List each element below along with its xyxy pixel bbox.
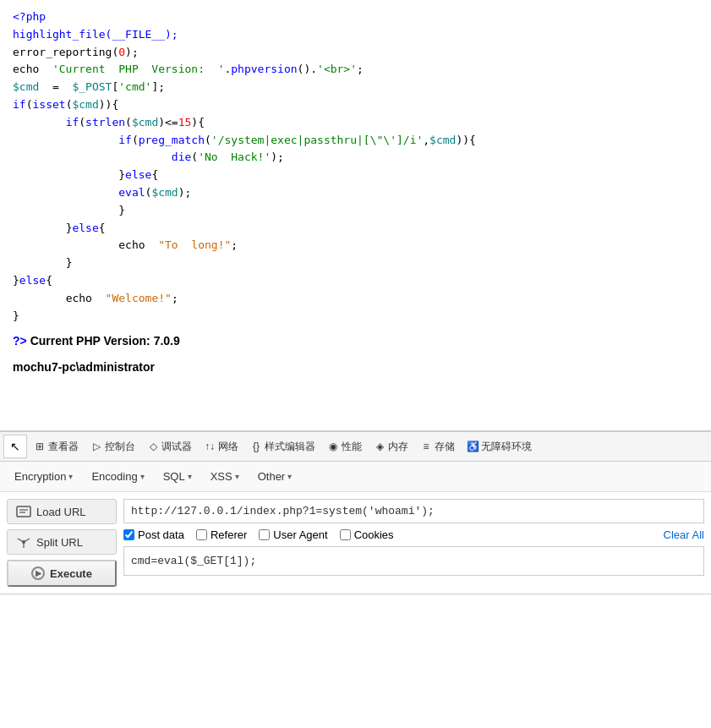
code-line-3: echo 'Current PHP Version: '.phpversion(… [13, 63, 364, 75]
useragent-label: User Agent [273, 528, 327, 541]
code-line-17: } [13, 309, 19, 322]
code-line-12: }else{ [13, 222, 106, 234]
devtools-performance-btn[interactable]: ◉ 性能 [322, 431, 367, 462]
referer-label: Referer [211, 528, 247, 541]
useragent-checkbox[interactable] [259, 529, 270, 540]
accessibility-icon: ♿ [467, 441, 479, 452]
cookies-checkbox[interactable] [340, 529, 351, 540]
svg-line-5 [24, 539, 30, 542]
other-arrow: ▾ [287, 472, 292, 481]
devtools-cursor-button[interactable]: ↖ [3, 435, 27, 458]
referer-checkbox[interactable] [196, 529, 207, 540]
code-line-7: if(preg_match('/system|exec|passthru|[\"… [13, 134, 476, 146]
code-line-10: eval($cmd); [13, 186, 191, 199]
devtools-toolbar: ↖ ⊞ 查看器 ▷ 控制台 ◇ 调试器 ↑↓ 网络 {} 样式编辑器 ◉ 性能 … [0, 431, 711, 462]
load-url-icon [16, 504, 31, 519]
hackbar-right-section: Post data Referer User Agent Cookies Cle… [123, 499, 704, 587]
code-line-14: } [13, 256, 72, 269]
post-data-checkbox[interactable] [123, 529, 134, 540]
debugger-icon: ◇ [147, 441, 159, 452]
menu-other[interactable]: Other ▾ [250, 467, 300, 486]
split-url-icon [16, 534, 31, 550]
sql-arrow: ▾ [188, 472, 192, 481]
devtools-style-editor-btn[interactable]: {} 样式编辑器 [245, 431, 320, 462]
style-editor-icon: {} [250, 441, 262, 452]
hackbar-menu-bar: Encryption ▾ Encoding ▾ SQL ▾ XSS ▾ Othe… [0, 462, 711, 492]
menu-encoding[interactable]: Encoding ▾ [84, 467, 151, 486]
devtools-storage-btn[interactable]: ≡ 存储 [415, 431, 460, 462]
memory-icon: ◈ [374, 441, 386, 452]
performance-icon: ◉ [327, 441, 339, 452]
post-data-checkbox-item: Post data [123, 528, 184, 541]
devtools-console-btn[interactable]: ▷ 控制台 [85, 431, 140, 462]
php-close-output: ?> Current PHP Version: 7.0.9 [13, 331, 698, 350]
code-line-6: if(strlen($cmd)<=15){ [13, 116, 205, 129]
execute-icon: ▶ [31, 567, 45, 580]
output-hostname: mochu7-pc\administrator [13, 358, 698, 376]
code-line-1: highlight_file(__FILE__); [13, 28, 178, 41]
code-line-13: echo "To long!"; [13, 238, 238, 251]
code-display: <?php highlight_file(__FILE__); error_re… [0, 0, 711, 431]
encoding-arrow: ▾ [140, 472, 145, 481]
useragent-checkbox-item: User Agent [259, 528, 327, 541]
execute-button[interactable]: ▶ Execute [7, 560, 117, 587]
hackbar-panel: Encryption ▾ Encoding ▾ SQL ▾ XSS ▾ Othe… [0, 462, 711, 594]
menu-encryption[interactable]: Encryption ▾ [7, 467, 80, 486]
devtools-accessibility-btn[interactable]: ♿ 无障碍环境 [462, 431, 537, 462]
xss-arrow: ▾ [235, 472, 239, 481]
referer-checkbox-item: Referer [196, 528, 247, 541]
code-line-9: }else{ [13, 168, 158, 181]
code-line-8: die('No Hack!'); [13, 151, 284, 163]
devtools-memory-btn[interactable]: ◈ 内存 [369, 431, 413, 462]
storage-icon: ≡ [420, 441, 432, 452]
devtools-debugger-btn[interactable]: ◇ 调试器 [142, 431, 197, 462]
devtools-network-btn[interactable]: ↑↓ 网络 [199, 431, 243, 462]
code-line-15: }else{ [13, 274, 52, 287]
svg-line-4 [18, 539, 24, 542]
svg-rect-0 [17, 506, 30, 517]
load-url-button[interactable]: Load URL [7, 499, 117, 524]
menu-sql[interactable]: SQL ▾ [156, 467, 200, 486]
url-input[interactable] [123, 499, 704, 523]
cookies-checkbox-item: Cookies [340, 528, 394, 541]
clear-all-button[interactable]: Clear All [664, 528, 704, 541]
encryption-arrow: ▾ [68, 472, 73, 481]
network-icon: ↑↓ [204, 441, 216, 452]
cookies-label: Cookies [354, 528, 394, 541]
code-line-4: $cmd = $_POST['cmd']; [13, 80, 165, 93]
checkboxes-row: Post data Referer User Agent Cookies Cle… [123, 528, 704, 541]
code-line-5: if(isset($cmd)){ [13, 98, 118, 111]
hackbar-left-buttons: Load URL Split URL ▶ Execute [7, 499, 117, 587]
menu-xss[interactable]: XSS ▾ [203, 467, 247, 486]
code-line-11: } [13, 204, 125, 216]
inspector-icon: ⊞ [34, 441, 46, 452]
code-line-16: echo "Welcome!"; [13, 292, 178, 304]
hackbar-body: Load URL Split URL ▶ Execute [0, 492, 711, 594]
php-open-tag: <?php [13, 10, 46, 23]
code-line-2: error_reporting(0); [13, 46, 139, 58]
split-url-button[interactable]: Split URL [7, 529, 117, 555]
devtools-inspector-btn[interactable]: ⊞ 查看器 [29, 431, 84, 462]
post-data-label: Post data [138, 528, 184, 541]
post-data-input[interactable] [123, 546, 704, 576]
console-icon: ▷ [90, 441, 102, 452]
